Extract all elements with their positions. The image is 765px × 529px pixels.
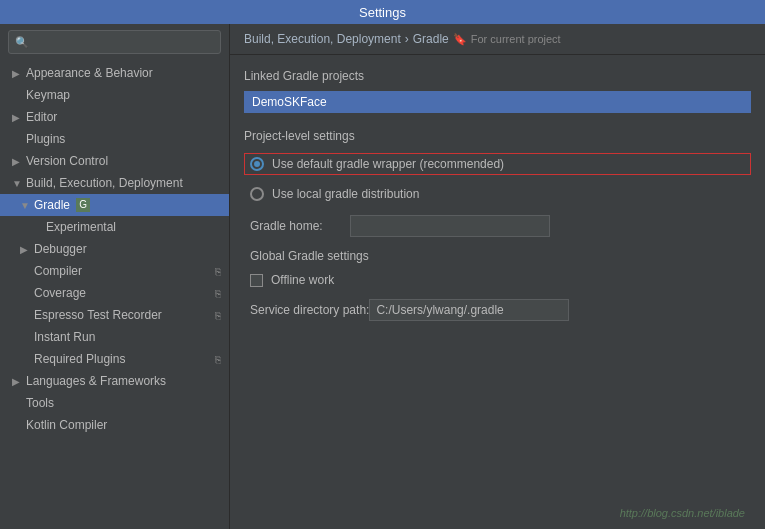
for-project-text: For current project [471,33,561,45]
sidebar-item-label: Tools [26,396,54,410]
sidebar-arrow-icon [12,112,24,123]
sidebar-item-label: Keymap [26,88,70,102]
radio-local-dist[interactable]: Use local gradle distribution [244,183,751,205]
sidebar-item-tools[interactable]: Tools [0,392,229,414]
sidebar-item-label: Plugins [26,132,65,146]
copy-icon: ⎘ [215,310,221,321]
sidebar-arrow-icon [20,244,32,255]
sidebar-item-label: Espresso Test Recorder [34,308,162,322]
gradle-icon: G [76,198,90,212]
sidebar-item-debugger[interactable]: Debugger [0,238,229,260]
search-icon: 🔍 [15,36,29,49]
offline-work-label: Offline work [271,273,334,287]
radio-local-dist-label: Use local gradle distribution [272,187,419,201]
sidebar-item-compiler[interactable]: Compiler⎘ [0,260,229,282]
sidebar-arrow-icon [12,68,24,79]
sidebar-item-appearance[interactable]: Appearance & Behavior [0,62,229,84]
sidebar-item-languages[interactable]: Languages & Frameworks [0,370,229,392]
title-bar: Settings [0,0,765,24]
sidebar-item-label: Kotlin Compiler [26,418,107,432]
sidebar-item-espresso[interactable]: Espresso Test Recorder⎘ [0,304,229,326]
sidebar-arrow-icon [12,376,24,387]
sidebar-item-kotlin[interactable]: Kotlin Compiler [0,414,229,436]
sidebar-item-label: Experimental [46,220,116,234]
global-settings-label: Global Gradle settings [244,249,751,263]
sidebar-item-label: Gradle [34,198,70,212]
breadcrumb-current: Gradle [413,32,449,46]
sidebar-item-label: Coverage [34,286,86,300]
sidebar-item-version-control[interactable]: Version Control [0,150,229,172]
sidebar-item-coverage[interactable]: Coverage⎘ [0,282,229,304]
sidebar-item-experimental[interactable]: Experimental [0,216,229,238]
sidebar-item-plugins[interactable]: Plugins [0,128,229,150]
radio-default-wrapper[interactable]: Use default gradle wrapper (recommended) [244,153,751,175]
breadcrumb-separator: › [405,32,409,46]
sidebar-item-keymap[interactable]: Keymap [0,84,229,106]
breadcrumb: Build, Execution, Deployment › Gradle 🔖 … [230,24,765,55]
linked-project-item[interactable]: DemoSKFace [244,91,751,113]
sidebar-item-instant-run[interactable]: Instant Run [0,326,229,348]
sidebar-item-label: Compiler [34,264,82,278]
sidebar-item-label: Editor [26,110,57,124]
gradle-home-label: Gradle home: [250,219,350,233]
sidebar-item-label: Build, Execution, Deployment [26,176,183,190]
project-level-label: Project-level settings [244,129,751,143]
search-box[interactable]: 🔍 [8,30,221,54]
linked-projects-label: Linked Gradle projects [244,69,751,83]
copy-icon: ⎘ [215,266,221,277]
sidebar-arrow-icon [20,200,32,211]
sidebar-items: Appearance & BehaviorKeymapEditorPlugins… [0,60,229,529]
sidebar-item-label: Debugger [34,242,87,256]
radio-local-dist-btn[interactable] [250,187,264,201]
title-text: Settings [359,5,406,20]
sidebar-item-required-plugins[interactable]: Required Plugins⎘ [0,348,229,370]
sidebar-arrow-icon [12,156,24,167]
service-dir-row: Service directory path: [244,297,751,323]
gradle-home-input[interactable] [350,215,550,237]
radio-default-wrapper-label: Use default gradle wrapper (recommended) [272,157,504,171]
main-layout: 🔍 Appearance & BehaviorKeymapEditorPlugi… [0,24,765,529]
sidebar-item-build-exec-deploy[interactable]: Build, Execution, Deployment [0,172,229,194]
copy-icon: ⎘ [215,288,221,299]
content-panel: Build, Execution, Deployment › Gradle 🔖 … [230,24,765,529]
watermark: http://blog.csdn.net/iblade [620,507,745,519]
copy-icon: ⎘ [215,354,221,365]
sidebar-item-gradle[interactable]: GradleG [0,194,229,216]
sidebar: 🔍 Appearance & BehaviorKeymapEditorPlugi… [0,24,230,529]
service-dir-label: Service directory path: [250,303,369,317]
content-body: Linked Gradle projects DemoSKFace Projec… [230,55,765,529]
sidebar-item-label: Appearance & Behavior [26,66,153,80]
bookmark-icon: 🔖 [453,33,467,46]
sidebar-item-label: Required Plugins [34,352,125,366]
sidebar-arrow-icon [12,178,24,189]
linked-projects-list: DemoSKFace [244,91,751,113]
sidebar-item-editor[interactable]: Editor [0,106,229,128]
gradle-home-row: Gradle home: [244,213,751,239]
radio-default-wrapper-btn[interactable] [250,157,264,171]
sidebar-item-label: Version Control [26,154,108,168]
offline-work-row: Offline work [244,271,751,289]
sidebar-item-label: Instant Run [34,330,95,344]
offline-work-checkbox[interactable] [250,274,263,287]
breadcrumb-path: Build, Execution, Deployment [244,32,401,46]
service-dir-input[interactable] [369,299,569,321]
sidebar-item-label: Languages & Frameworks [26,374,166,388]
